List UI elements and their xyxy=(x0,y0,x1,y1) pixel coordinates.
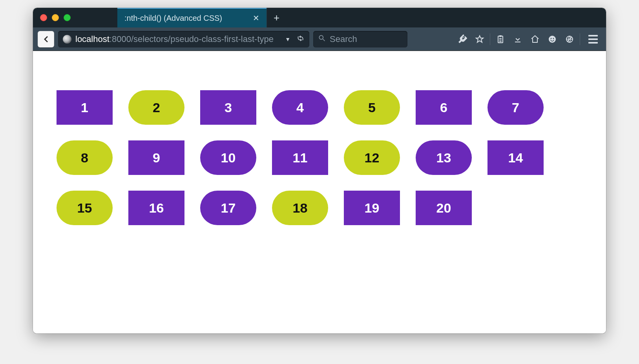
separator xyxy=(580,33,580,45)
grid-box: 20 xyxy=(416,191,472,225)
grid-box: 5 xyxy=(344,90,400,125)
developer-icon[interactable] xyxy=(455,31,470,47)
grid-box: 16 xyxy=(128,191,184,225)
clipboard-icon[interactable] xyxy=(493,31,508,47)
url-bar[interactable]: localhost:8000/selectors/pseudo-class-fi… xyxy=(58,31,309,47)
downloads-icon[interactable] xyxy=(510,31,526,47)
grid-box: 18 xyxy=(272,191,328,225)
home-icon[interactable] xyxy=(527,31,543,47)
bookmark-star-icon[interactable] xyxy=(472,31,487,47)
window-controls xyxy=(33,8,117,27)
svg-point-9 xyxy=(553,38,554,39)
grid-box: 3 xyxy=(200,90,256,125)
grid-box: 7 xyxy=(487,90,544,125)
smiley-icon[interactable] xyxy=(544,31,560,47)
back-button[interactable] xyxy=(38,31,54,47)
grid-box: 2 xyxy=(128,90,184,125)
grid-box: 19 xyxy=(344,191,400,225)
separator xyxy=(490,33,490,45)
menu-button[interactable] xyxy=(585,31,601,47)
url-text: localhost:8000/selectors/pseudo-class-fi… xyxy=(75,34,274,44)
site-identity-icon[interactable] xyxy=(63,35,71,44)
back-arrow-icon xyxy=(41,35,51,44)
grid-box: 11 xyxy=(272,140,328,175)
svg-point-8 xyxy=(551,38,552,39)
search-bar[interactable]: Search xyxy=(313,31,407,47)
grid-box: 9 xyxy=(128,140,184,175)
browser-window: :nth-child() (Advanced CSS) ✕ + localhos… xyxy=(33,8,606,333)
toolbar-icons xyxy=(455,31,601,47)
maximize-window-button[interactable] xyxy=(64,14,71,21)
browser-tab[interactable]: :nth-child() (Advanced CSS) ✕ xyxy=(117,8,267,27)
grid-box: 4 xyxy=(272,90,328,125)
url-path: :8000/selectors/pseudo-class-first-last-… xyxy=(110,34,274,44)
grid-box: 12 xyxy=(344,140,400,175)
svg-line-1 xyxy=(323,39,325,41)
new-tab-button[interactable]: + xyxy=(267,8,286,27)
svg-point-0 xyxy=(319,35,323,39)
box-grid: 1234567891011121314151617181920 xyxy=(57,90,575,225)
svg-point-7 xyxy=(549,36,556,43)
search-placeholder: Search xyxy=(330,34,357,44)
close-window-button[interactable] xyxy=(40,14,47,21)
url-host: localhost xyxy=(75,34,110,44)
svg-rect-3 xyxy=(499,35,502,37)
grid-box: 10 xyxy=(200,140,256,175)
grid-box: 14 xyxy=(487,140,544,175)
page-content: 1234567891011121314151617181920 xyxy=(33,51,606,333)
search-icon xyxy=(318,34,326,44)
reload-icon[interactable] xyxy=(297,34,305,44)
addon-globe-icon[interactable] xyxy=(562,31,577,47)
minimize-window-button[interactable] xyxy=(52,14,59,21)
grid-box: 15 xyxy=(57,191,113,225)
grid-box: 6 xyxy=(416,90,472,125)
tab-title: :nth-child() (Advanced CSS) xyxy=(124,14,222,23)
grid-box: 1 xyxy=(57,90,113,125)
close-tab-icon[interactable]: ✕ xyxy=(253,13,259,23)
toolbar: localhost:8000/selectors/pseudo-class-fi… xyxy=(33,27,606,51)
grid-box: 13 xyxy=(416,140,472,175)
grid-box: 8 xyxy=(57,140,113,175)
url-dropdown-icon[interactable]: ▼ xyxy=(285,36,290,42)
titlebar: :nth-child() (Advanced CSS) ✕ + xyxy=(33,8,606,27)
grid-box: 17 xyxy=(200,191,256,225)
